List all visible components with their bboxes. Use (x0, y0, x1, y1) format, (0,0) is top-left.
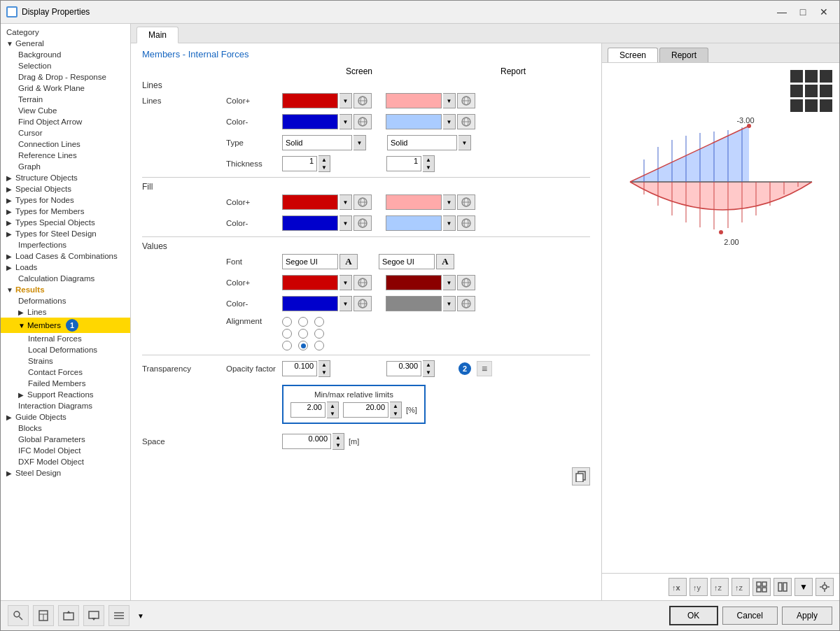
screen-color-plus-box[interactable] (282, 93, 338, 108)
report-opacity-input[interactable]: 0.300 (386, 361, 421, 376)
screen-color-minus-box[interactable] (282, 114, 338, 129)
limits-min-input[interactable]: 2.00 (290, 402, 326, 418)
cancel-button[interactable]: Cancel (722, 607, 778, 625)
dropdown-view-button[interactable]: ▼ (794, 578, 813, 596)
report-thickness-up[interactable]: ▲ (423, 156, 434, 164)
sidebar-item-types-members[interactable]: ▶ Types for Members (1, 206, 130, 217)
screen-fill-plus-globe[interactable] (354, 194, 372, 210)
screen-thickness-input[interactable]: 1 (282, 156, 317, 171)
expand-limits-button[interactable]: ≡ (477, 361, 492, 376)
space-up[interactable]: ▲ (332, 434, 344, 441)
limits-max-up[interactable]: ▲ (390, 402, 401, 410)
align-radio-6[interactable] (314, 329, 324, 339)
align-radio-9[interactable] (314, 341, 324, 350)
sidebar-item-find-object[interactable]: Find Object Arrow (1, 116, 130, 127)
axis-x-button[interactable]: ↑x (668, 578, 687, 596)
sidebar-item-ifc-model[interactable]: IFC Model Object (1, 445, 130, 456)
report-vcp-box[interactable] (386, 275, 442, 290)
sidebar-item-failed-members[interactable]: Failed Members (1, 378, 130, 389)
screen-fill-minus-dropdown[interactable]: ▼ (340, 215, 352, 231)
screen-vcm-dropdown[interactable]: ▼ (340, 296, 352, 311)
screen-thickness-up[interactable]: ▲ (318, 156, 330, 164)
sidebar-item-support-reactions[interactable]: ▶ Support Reactions (1, 389, 130, 400)
sidebar-item-load-cases[interactable]: ▶ Load Cases & Combinations (1, 250, 130, 262)
report-thickness-input[interactable]: 1 (386, 156, 421, 171)
report-color-plus-globe[interactable] (457, 93, 475, 108)
screen-color-minus-dropdown[interactable]: ▼ (340, 114, 352, 129)
align-radio-7[interactable] (282, 341, 292, 350)
screen-fill-plus-dropdown[interactable]: ▼ (340, 194, 352, 210)
report-color-plus-dropdown[interactable]: ▼ (443, 93, 456, 108)
sidebar-item-dxf-model[interactable]: DXF Model Object (1, 456, 130, 467)
preview-tab-report[interactable]: Report (659, 48, 708, 62)
maximize-button[interactable]: □ (793, 5, 813, 19)
sidebar-item-strains[interactable]: Strains (1, 355, 130, 367)
sidebar-item-terrain[interactable]: Terrain (1, 94, 130, 105)
report-color-minus-dropdown[interactable]: ▼ (443, 114, 456, 129)
align-radio-8[interactable] (298, 341, 308, 350)
report-vcm-box[interactable] (386, 296, 442, 311)
align-radio-2[interactable] (298, 317, 308, 327)
align-radio-1[interactable] (282, 317, 292, 327)
sidebar-item-selection[interactable]: Selection (1, 60, 130, 71)
report-opacity-down[interactable]: ▼ (423, 369, 434, 376)
report-vcm-dropdown[interactable]: ▼ (443, 296, 456, 311)
sidebar-item-results[interactable]: ▼ Results (1, 284, 130, 295)
sidebar-item-lines[interactable]: ▶ Lines (1, 306, 130, 318)
report-color-plus-box[interactable] (386, 93, 442, 108)
settings-button[interactable] (816, 578, 834, 596)
sidebar-item-types-special[interactable]: ▶ Types Special Objects (1, 217, 130, 228)
report-color-minus-globe[interactable] (457, 114, 475, 129)
screen-vcp-globe[interactable] (354, 275, 372, 290)
report-thickness-down[interactable]: ▼ (423, 164, 434, 171)
align-radio-5[interactable] (298, 329, 308, 339)
sidebar-item-internal-forces[interactable]: Internal Forces (1, 333, 130, 344)
import-button[interactable] (83, 605, 104, 626)
screen-type-select[interactable]: Solid (282, 135, 352, 150)
sidebar-item-loads[interactable]: ▶ Loads (1, 262, 130, 273)
report-fill-minus-box[interactable] (386, 215, 442, 231)
sidebar-item-connection-lines[interactable]: Connection Lines (1, 139, 130, 150)
sidebar-item-special-objects[interactable]: ▶ Special Objects (1, 183, 130, 194)
sidebar-item-deformations[interactable]: Deformations (1, 295, 130, 306)
screen-color-plus-dropdown[interactable]: ▼ (340, 93, 352, 108)
sidebar-item-drag-drop[interactable]: Drag & Drop - Response (1, 71, 130, 83)
sidebar-item-types-steel[interactable]: ▶ Types for Steel Design (1, 228, 130, 239)
tab-main[interactable]: Main (136, 27, 178, 43)
book-view-button[interactable] (774, 578, 792, 596)
report-fill-plus-globe[interactable] (457, 194, 475, 210)
screen-thickness-spinners[interactable]: ▲ ▼ (318, 155, 330, 172)
space-spinners[interactable]: ▲ ▼ (332, 433, 344, 450)
dropdown-menu-button[interactable]: ▼ (134, 605, 148, 626)
screen-opacity-up[interactable]: ▲ (318, 361, 330, 369)
report-color-minus-box[interactable] (386, 114, 442, 129)
screen-type-dropdown[interactable]: ▼ (354, 135, 366, 150)
screen-vcm-box[interactable] (282, 296, 338, 311)
apply-button[interactable]: Apply (782, 607, 832, 625)
screen-fill-minus-globe[interactable] (354, 215, 372, 231)
report-type-dropdown[interactable]: ▼ (458, 135, 471, 150)
sidebar-item-graph[interactable]: Graph (1, 161, 130, 172)
screen-vcp-dropdown[interactable]: ▼ (340, 275, 352, 290)
report-vcm-globe[interactable] (457, 296, 475, 311)
sidebar-item-guide-objects[interactable]: ▶ Guide Objects (1, 411, 130, 423)
screen-fill-plus-box[interactable] (282, 194, 338, 210)
sidebar-item-cursor[interactable]: Cursor (1, 127, 130, 139)
calculator-button[interactable] (33, 605, 54, 626)
sidebar-item-members[interactable]: ▼ Members 1 (1, 318, 130, 333)
screen-color-plus-globe[interactable] (354, 93, 372, 108)
report-font-btn[interactable]: A (436, 254, 454, 269)
copy-button[interactable] (572, 467, 590, 485)
sidebar-item-general[interactable]: ▼ General (1, 38, 130, 49)
report-type-select[interactable]: Solid (387, 135, 457, 150)
search-button[interactable] (8, 605, 29, 626)
sidebar-item-structure-objects[interactable]: ▶ Structure Objects (1, 172, 130, 183)
align-radio-4[interactable] (282, 329, 292, 339)
screen-vcm-globe[interactable] (354, 296, 372, 311)
align-radio-3[interactable] (314, 317, 324, 327)
report-font-input[interactable]: Segoe UI (379, 254, 435, 269)
sidebar-item-blocks[interactable]: Blocks (1, 423, 130, 434)
report-fill-minus-globe[interactable] (457, 215, 475, 231)
sidebar-item-grid[interactable]: Grid & Work Plane (1, 83, 130, 94)
sidebar-item-global-params[interactable]: Global Parameters (1, 434, 130, 445)
